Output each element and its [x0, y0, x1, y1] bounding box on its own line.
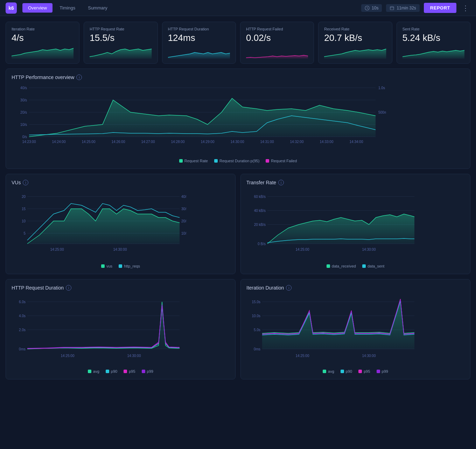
svg-text:14:29:00: 14:29:00 — [201, 140, 215, 144]
legend-id-avg: avg — [323, 369, 334, 373]
svg-text:14:28:00: 14:28:00 — [171, 140, 185, 144]
svg-text:14:25:00: 14:25:00 — [50, 248, 64, 251]
http-duration-info-icon[interactable]: i — [66, 285, 71, 291]
svg-text:30/s: 30/s — [181, 207, 187, 211]
vus-info-icon[interactable]: i — [23, 180, 28, 185]
row-2: VUs i — [6, 174, 470, 274]
stat-value-5: 5.24 kB/s — [402, 33, 464, 43]
svg-text:2.0s: 2.0s — [19, 328, 26, 332]
stat-label-5: Sent Rate — [402, 27, 464, 31]
stat-card-2: HTTP Request Duration 124ms — [162, 22, 236, 64]
tab-summary[interactable]: Summary — [82, 3, 113, 13]
http-perf-title: HTTP Performance overview i — [12, 74, 464, 80]
svg-text:15: 15 — [22, 207, 26, 211]
http-perf-chart: 40/s 30/s 20/s 10/s 0/s 1.0s 500ms — [12, 84, 464, 155]
svg-text:14:30:00: 14:30:00 — [362, 248, 376, 251]
stat-label-3: HTTP Request Failed — [246, 27, 308, 31]
svg-text:14:34:00: 14:34:00 — [350, 140, 363, 144]
tab-overview[interactable]: Overview — [22, 3, 52, 13]
main-content: Iteration Rate 4/s HTTP Request Rate 15.… — [0, 16, 476, 385]
svg-text:14:27:00: 14:27:00 — [141, 140, 155, 144]
transfer-info-icon[interactable]: i — [278, 180, 284, 185]
svg-text:14:30:00: 14:30:00 — [362, 354, 376, 358]
report-button[interactable]: REPORT — [424, 3, 456, 13]
row-3: HTTP Request Duration i 6.0s — [6, 279, 470, 379]
svg-text:14:25:00: 14:25:00 — [61, 354, 75, 358]
refresh-badge: 10s — [361, 4, 382, 12]
transfer-title: Transfer Rate i — [246, 180, 464, 185]
svg-text:14:25:00: 14:25:00 — [296, 248, 309, 251]
svg-text:500ms: 500ms — [378, 111, 386, 114]
transfer-chart: 60 kB/s 40 kB/s 20 kB/s 0 B/s 14:25:00 1… — [246, 190, 464, 261]
svg-text:0 B/s: 0 B/s — [258, 242, 266, 246]
legend-hd-avg: avg — [88, 369, 99, 373]
svg-text:14:30:00: 14:30:00 — [127, 354, 141, 358]
legend-request-duration: Request Duration p(95) — [214, 159, 259, 163]
stat-value-0: 4/s — [12, 33, 74, 43]
svg-text:14:30:00: 14:30:00 — [113, 248, 127, 251]
stat-label-0: Iteration Rate — [12, 27, 74, 31]
stat-card-0: Iteration Rate 4/s — [6, 22, 79, 64]
legend-id-p99: p99 — [377, 369, 388, 373]
http-duration-legend: avg p90 p95 p99 — [12, 369, 230, 373]
stat-card-4: Received Rate 20.7 kB/s — [318, 22, 392, 64]
svg-text:10/s: 10/s — [181, 231, 187, 235]
http-duration-panel: HTTP Request Duration i 6.0s — [6, 279, 236, 379]
stat-value-1: 15.5/s — [90, 33, 152, 43]
svg-text:15.0s: 15.0s — [252, 300, 260, 304]
more-icon[interactable]: ⋮ — [461, 4, 470, 12]
vus-panel: VUs i — [6, 174, 236, 274]
duration-badge: 11min 32s — [386, 4, 419, 12]
iter-duration-title: Iteration Duration i — [246, 285, 464, 291]
svg-text:6.0s: 6.0s — [19, 300, 26, 304]
svg-text:10.0s: 10.0s — [252, 314, 260, 318]
duration-value: 11min 32s — [397, 6, 416, 10]
stat-label-1: HTTP Request Rate — [90, 27, 152, 31]
logo-icon: k6 — [6, 2, 17, 14]
svg-text:20/s: 20/s — [20, 111, 27, 114]
svg-text:14:32:00: 14:32:00 — [290, 140, 304, 144]
svg-text:14:25:00: 14:25:00 — [82, 140, 96, 144]
iter-duration-legend: avg p90 p95 p99 — [246, 369, 464, 373]
svg-text:10/s: 10/s — [20, 123, 27, 127]
http-perf-legend: Request Rate Request Duration p(95) Requ… — [12, 159, 464, 163]
svg-text:10: 10 — [22, 219, 26, 223]
svg-text:20: 20 — [22, 195, 26, 199]
nav-tabs: Overview Timings Summary — [22, 3, 361, 13]
navbar: k6 Overview Timings Summary 10s 11min 32… — [0, 0, 476, 16]
vus-legend: vus http_reqs — [12, 264, 230, 268]
stat-card-3: HTTP Request Failed 0.02/s — [240, 22, 314, 64]
svg-text:40/s: 40/s — [181, 195, 187, 199]
svg-text:14:24:00: 14:24:00 — [52, 140, 66, 144]
stat-label-2: HTTP Request Duration — [168, 27, 230, 31]
legend-http-reqs: http_reqs — [119, 264, 140, 268]
legend-hd-p95: p95 — [124, 369, 135, 373]
stat-card-1: HTTP Request Rate 15.5/s — [84, 22, 158, 64]
legend-id-p90: p90 — [341, 369, 352, 373]
stat-label-4: Received Rate — [324, 27, 386, 31]
legend-data-received: data_received — [327, 264, 356, 268]
svg-text:4.0s: 4.0s — [19, 314, 26, 318]
svg-text:20 kB/s: 20 kB/s — [254, 223, 266, 227]
svg-rect-1 — [390, 7, 394, 10]
svg-text:40 kB/s: 40 kB/s — [254, 209, 266, 213]
svg-text:5.0s: 5.0s — [254, 328, 260, 332]
svg-text:0ms: 0ms — [254, 347, 260, 351]
legend-request-rate: Request Rate — [179, 159, 208, 163]
tab-timings[interactable]: Timings — [54, 3, 81, 13]
stat-value-2: 124ms — [168, 33, 230, 43]
iter-duration-info-icon[interactable]: i — [286, 285, 292, 291]
svg-text:5: 5 — [23, 231, 26, 235]
svg-text:14:33:00: 14:33:00 — [320, 140, 334, 144]
transfer-legend: data_received data_sent — [246, 264, 464, 268]
refresh-value: 10s — [372, 6, 378, 10]
svg-text:1.0s: 1.0s — [378, 86, 385, 90]
legend-request-failed: Request Failed — [266, 159, 297, 163]
svg-text:0ms: 0ms — [19, 347, 26, 351]
legend-hd-p99: p99 — [142, 369, 153, 373]
http-perf-info-icon[interactable]: i — [76, 74, 82, 80]
vus-title: VUs i — [12, 180, 230, 185]
iter-duration-chart: 15.0s 10.0s 5.0s 0ms 14:25:00 14:30:00 — [246, 295, 464, 366]
stat-value-3: 0.02/s — [246, 33, 308, 43]
legend-vus: vus — [101, 264, 112, 268]
